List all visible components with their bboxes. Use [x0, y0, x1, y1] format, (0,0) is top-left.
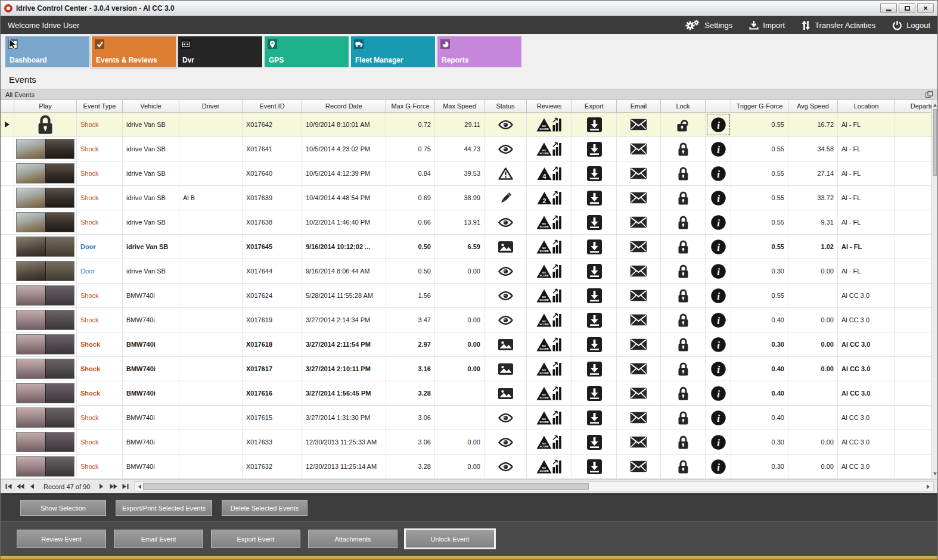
play-cell[interactable]: [14, 406, 77, 430]
lock-toggle[interactable]: [661, 259, 706, 283]
info-button[interactable]: i: [706, 137, 731, 161]
reviews-cell[interactable]: NOSCORE: [527, 357, 572, 381]
event-row[interactable]: Shockidrive Van SBX01764210/9/2014 8:10:…: [1, 113, 931, 137]
reviews-cell[interactable]: 2: [527, 186, 572, 210]
status-cell[interactable]: [484, 308, 527, 332]
export-button[interactable]: [572, 406, 617, 430]
reviews-cell[interactable]: NOSCORE: [527, 235, 572, 259]
email-button[interactable]: [617, 332, 661, 356]
reviews-cell[interactable]: 4: [527, 161, 572, 185]
lock-toggle[interactable]: [661, 161, 706, 185]
export-print-selected-events-button[interactable]: Export/Print Selected Events: [116, 500, 212, 516]
reviews-cell[interactable]: NOSCORE: [527, 308, 572, 332]
status-cell[interactable]: [484, 113, 527, 136]
lock-toggle[interactable]: [661, 308, 706, 332]
export-button[interactable]: [572, 259, 617, 283]
status-cell[interactable]: [484, 137, 527, 161]
email-button[interactable]: [617, 284, 661, 307]
status-cell[interactable]: [484, 430, 527, 454]
column-header-vehicle[interactable]: Vehicle: [123, 100, 179, 112]
column-header-lock[interactable]: Lock: [661, 100, 706, 112]
tab-tile-dvr[interactable]: Dvr: [178, 36, 262, 67]
email-button[interactable]: [617, 455, 661, 478]
play-cell[interactable]: [14, 113, 77, 136]
info-button[interactable]: i: [706, 381, 731, 405]
export-button[interactable]: [572, 332, 617, 356]
event-row[interactable]: ShockBMW740iX01763212/30/2013 11:25:14 A…: [1, 455, 931, 479]
status-cell[interactable]: [484, 210, 527, 234]
info-button[interactable]: i: [706, 186, 731, 210]
info-button[interactable]: i: [706, 430, 731, 454]
tab-tile-fleet-manager[interactable]: Fleet Manager: [351, 36, 435, 67]
action-settings[interactable]: Settings: [685, 19, 732, 31]
status-cell[interactable]: [484, 186, 527, 210]
vertical-scrollbar[interactable]: [931, 100, 937, 479]
status-cell[interactable]: [484, 357, 527, 381]
info-button[interactable]: i: [706, 406, 731, 430]
show-selection-button[interactable]: Show Selection: [20, 500, 106, 516]
column-header-event-id[interactable]: Event ID: [243, 100, 302, 112]
reviews-cell[interactable]: NOSCORE: [527, 381, 572, 405]
scroll-right-icon[interactable]: [927, 484, 932, 489]
export-button[interactable]: [572, 284, 617, 307]
play-cell[interactable]: [14, 235, 77, 259]
column-header-info[interactable]: [706, 100, 731, 112]
status-cell[interactable]: [484, 259, 527, 283]
email-button[interactable]: [617, 357, 661, 381]
status-cell[interactable]: [484, 284, 527, 307]
reviews-cell[interactable]: NOSCORE: [527, 210, 572, 234]
reviews-cell[interactable]: NOSCORE: [527, 455, 572, 478]
unlock-event-button[interactable]: Unlock Event: [405, 530, 495, 548]
tab-tile-reports[interactable]: Reports: [437, 36, 521, 67]
export-button[interactable]: [572, 455, 617, 478]
play-cell[interactable]: [14, 332, 77, 356]
status-cell[interactable]: [484, 161, 527, 185]
info-button[interactable]: i: [706, 308, 731, 332]
horizontal-scrollbar[interactable]: [134, 481, 934, 491]
export-button[interactable]: [572, 235, 617, 259]
email-button[interactable]: [617, 308, 661, 332]
export-button[interactable]: [572, 186, 617, 210]
nav-prev-page-button[interactable]: [15, 481, 26, 491]
lock-toggle[interactable]: [661, 186, 706, 210]
event-row[interactable]: ShockBMW740iX01763312/30/2013 11:25:33 A…: [1, 430, 931, 455]
play-cell[interactable]: [14, 430, 77, 454]
export-event-button[interactable]: Export Event: [211, 530, 300, 548]
play-cell[interactable]: [14, 284, 77, 307]
status-cell[interactable]: [484, 381, 527, 405]
tab-tile-events-reviews[interactable]: Events & Reviews: [92, 36, 176, 67]
nav-next-button[interactable]: [96, 481, 107, 491]
email-button[interactable]: [617, 186, 661, 210]
event-thumbnail[interactable]: [16, 261, 74, 281]
info-button[interactable]: i: [706, 284, 731, 307]
info-button[interactable]: i: [706, 332, 731, 356]
status-cell[interactable]: [484, 235, 527, 259]
email-button[interactable]: [617, 406, 661, 430]
reviews-cell[interactable]: NOSCORE: [527, 430, 572, 454]
info-button[interactable]: i: [706, 259, 731, 283]
lock-toggle[interactable]: [661, 357, 706, 381]
column-header-driver[interactable]: Driver: [179, 100, 243, 112]
event-row[interactable]: ShockBMW740iX0176193/27/2014 2:14:34 PM3…: [1, 308, 931, 332]
play-cell[interactable]: [14, 161, 77, 185]
nav-next-page-button[interactable]: [108, 481, 119, 491]
event-thumbnail[interactable]: [16, 163, 74, 183]
email-button[interactable]: [617, 235, 661, 259]
column-header-max-speed[interactable]: Max Speed: [435, 100, 484, 112]
event-thumbnail[interactable]: [16, 310, 74, 330]
info-button[interactable]: i: [706, 113, 731, 136]
info-button[interactable]: i: [706, 210, 731, 234]
review-event-button[interactable]: Review Event: [17, 530, 106, 548]
event-thumbnail[interactable]: [16, 285, 74, 306]
event-thumbnail[interactable]: [16, 407, 74, 428]
lock-toggle[interactable]: [661, 455, 706, 478]
play-cell[interactable]: [14, 259, 77, 283]
lock-toggle[interactable]: [661, 406, 706, 430]
event-row[interactable]: Shockidrive Van SBAl BX01763910/4/2014 4…: [1, 186, 931, 210]
email-button[interactable]: [617, 137, 661, 161]
info-button[interactable]: i: [706, 455, 731, 478]
column-header-trigger-g-force[interactable]: Trigger G-Force: [731, 100, 788, 112]
email-button[interactable]: [617, 210, 661, 234]
event-row[interactable]: Shockidrive Van SBX01764010/5/2014 4:12:…: [1, 161, 931, 186]
status-cell[interactable]: [484, 455, 527, 478]
